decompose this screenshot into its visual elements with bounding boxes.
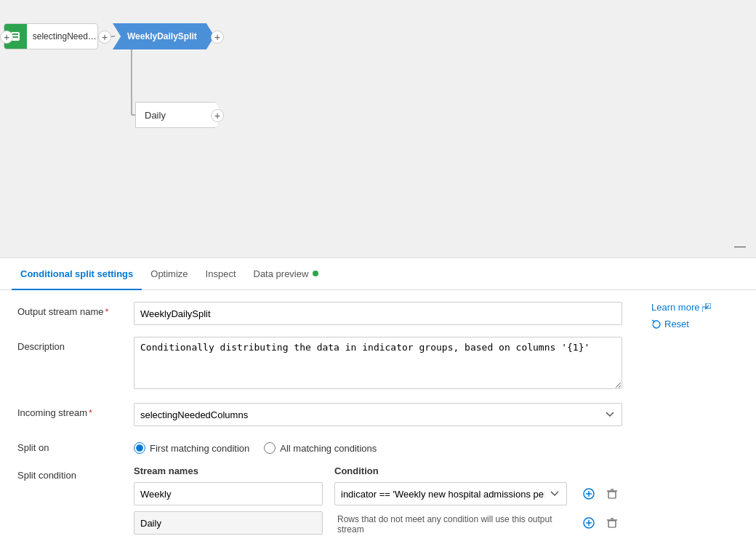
output2-node-label: Daily [145, 110, 166, 121]
output2-add-button[interactable]: + [211, 109, 224, 122]
minimize-button[interactable]: — [733, 241, 747, 252]
external-link-icon [702, 303, 711, 312]
split-on-label: Split on [17, 438, 134, 453]
add-default-button[interactable] [579, 513, 599, 533]
reset-button[interactable]: Reset [651, 319, 744, 329]
tab-optimize[interactable]: Optimize [142, 258, 196, 290]
output-stream-name-label: Output stream name* [17, 302, 134, 317]
radio-all-matching[interactable]: All matching conditions [264, 442, 377, 454]
split-condition-label: Split condition [17, 465, 134, 481]
add-condition-button[interactable] [579, 484, 599, 504]
description-textarea[interactable]: Conditionally distributing the data in i… [134, 337, 622, 389]
svg-rect-4 [12, 33, 18, 35]
condition-stream-input-1[interactable] [134, 482, 323, 505]
canvas-area: selectingNeede... + + WeeklyDailySplit +… [0, 0, 756, 258]
tab-conditional-split-settings[interactable]: Conditional split settings [12, 258, 142, 290]
condition-actions-1 [579, 484, 622, 504]
svg-rect-5 [12, 36, 18, 38]
split-on-row: Split on First matching condition All ma… [17, 438, 622, 454]
form-left-panel: Output stream name* Description Conditio… [0, 290, 640, 544]
incoming-stream-select[interactable]: selectingNeededColumns [134, 403, 622, 426]
condition-entry-default: Rows that do not meet any condition will… [134, 511, 622, 535]
form-right-panel: Learn more Reset [640, 290, 756, 544]
source-node[interactable]: selectingNeede... [4, 23, 98, 49]
radio-first-matching-input[interactable] [134, 442, 145, 454]
condition-actions-default [579, 513, 622, 533]
svg-rect-15 [608, 521, 616, 527]
condition-cond-select-1[interactable]: indicator == 'Weekly new hospital admiss… [334, 482, 567, 505]
description-label: Description [17, 337, 134, 352]
tabs-bar: Conditional split settings Optimize Insp… [0, 258, 756, 290]
condition-header: Condition [334, 465, 622, 476]
delete-default-button[interactable] [602, 513, 622, 533]
incoming-stream-control: selectingNeededColumns [134, 403, 622, 426]
description-control: Conditionally distributing the data in i… [134, 337, 622, 391]
default-condition-text: Rows that do not meet any condition will… [334, 511, 567, 535]
split-condition-content: Stream names Condition indicator == 'Wee… [134, 465, 622, 540]
source-node-label: selectingNeede... [27, 31, 97, 41]
output-stream-name-input[interactable] [134, 302, 622, 325]
output-stream-name-control [134, 302, 622, 325]
description-row: Description Conditionally distributing t… [17, 337, 622, 391]
incoming-stream-required: * [89, 407, 92, 418]
incoming-stream-row: Incoming stream* selectingNeededColumns [17, 403, 622, 426]
split-condition-row: Split condition Stream names Condition i… [17, 465, 622, 540]
output-stream-required: * [105, 306, 109, 317]
transform-add-button[interactable]: + [211, 31, 224, 44]
transform-node[interactable]: WeeklyDailySplit [113, 23, 214, 49]
split-on-radio-group: First matching condition All matching co… [134, 438, 622, 454]
radio-all-matching-input[interactable] [264, 442, 276, 454]
transform-node-label: WeeklyDailySplit [127, 31, 197, 41]
learn-more-link[interactable]: Learn more [651, 302, 744, 313]
incoming-stream-label: Incoming stream* [17, 403, 134, 418]
settings-panel: Conditional split settings Optimize Insp… [0, 258, 756, 544]
canvas-connections [0, 0, 756, 257]
output-stream-name-row: Output stream name* [17, 302, 622, 325]
tab-inspect[interactable]: Inspect [197, 258, 245, 290]
condition-stream-input-daily[interactable] [134, 511, 323, 535]
data-preview-dot [313, 271, 318, 276]
condition-entry-1: indicator == 'Weekly new hospital admiss… [134, 482, 622, 505]
incoming-stream-wrapper: selectingNeededColumns [134, 403, 622, 426]
svg-rect-9 [608, 492, 616, 498]
condition-headers: Stream names Condition [134, 465, 622, 476]
reset-icon [651, 319, 662, 329]
radio-first-matching[interactable]: First matching condition [134, 442, 249, 454]
split-on-control: First matching condition All matching co… [134, 438, 622, 454]
delete-condition-button[interactable] [602, 484, 622, 504]
stream-names-header: Stream names [134, 465, 323, 476]
source-add-button[interactable]: + [0, 31, 13, 44]
source-add-right-button[interactable]: + [98, 31, 111, 44]
tab-data-preview[interactable]: Data preview [245, 258, 328, 290]
output2-node[interactable]: Daily [135, 102, 222, 128]
form-area: Output stream name* Description Conditio… [0, 290, 756, 544]
